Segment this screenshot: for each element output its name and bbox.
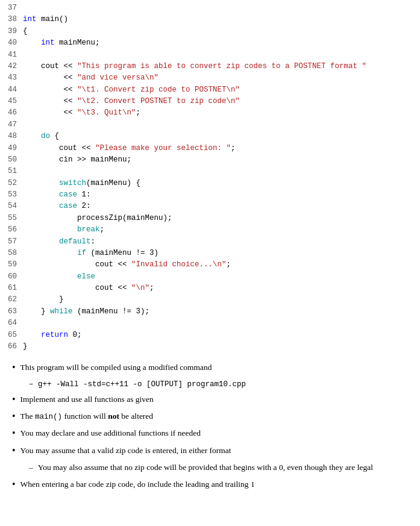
line-number: 62 bbox=[0, 294, 23, 305]
code-line: 63 } while (mainMenu != 3); bbox=[0, 306, 420, 318]
line-number: 43 bbox=[0, 72, 23, 84]
list-item: •When entering a bar code zip code, do i… bbox=[12, 478, 408, 491]
token: if bbox=[77, 249, 86, 257]
token: return bbox=[41, 331, 68, 339]
bullet-text: Implement and use all functions as given bbox=[20, 393, 408, 406]
code-block: 37 38int main() 39{40 int mainMenu;41 42… bbox=[0, 0, 420, 355]
line-number: 37 bbox=[0, 2, 23, 14]
token: (mainMenu) { bbox=[86, 179, 140, 187]
token: "\n" bbox=[131, 284, 149, 292]
token: int bbox=[23, 15, 37, 23]
line-number: 47 bbox=[0, 119, 23, 131]
token: processZip(mainMenu); bbox=[23, 214, 172, 222]
token bbox=[23, 179, 59, 187]
code-line: 42 cout << "This program is able to conv… bbox=[0, 61, 420, 72]
line-number: 40 bbox=[0, 37, 23, 49]
token bbox=[23, 249, 77, 257]
token: ; bbox=[136, 108, 141, 117]
line-number: 63 bbox=[0, 306, 23, 318]
line-number: 66 bbox=[0, 341, 23, 352]
line-number: 46 bbox=[0, 107, 23, 119]
token: (mainMenu != 3); bbox=[73, 307, 150, 316]
token: while bbox=[50, 307, 73, 316]
token: } bbox=[23, 295, 64, 304]
code-line: 46 << "\t3. Quit\n"; bbox=[0, 107, 420, 119]
token: cout << bbox=[23, 284, 131, 292]
line-number: 54 bbox=[0, 201, 23, 212]
line-number: 50 bbox=[0, 154, 23, 166]
line-content: cout << "Please make your selection: "; bbox=[23, 143, 420, 154]
code-line: 57 default: bbox=[0, 236, 420, 248]
line-content: else bbox=[23, 271, 420, 283]
token: << bbox=[23, 97, 77, 105]
sub-dash: – bbox=[29, 461, 33, 474]
line-content: int main() bbox=[23, 14, 420, 25]
line-content: << "\t2. Convert POSTNET to zip code\n" bbox=[23, 96, 420, 107]
token: (mainMenu != 3) bbox=[86, 249, 158, 257]
bullet-dot: • bbox=[12, 444, 16, 457]
code-line: 41 bbox=[0, 49, 420, 61]
line-content: } bbox=[23, 341, 420, 352]
line-content: } while (mainMenu != 3); bbox=[23, 306, 420, 318]
list-item: •The main() function will not be altered bbox=[12, 410, 408, 423]
line-number: 55 bbox=[0, 213, 23, 224]
token: case bbox=[59, 190, 77, 199]
token: int bbox=[41, 39, 55, 47]
token: { bbox=[50, 132, 59, 140]
line-number: 45 bbox=[0, 96, 23, 107]
token: << bbox=[23, 74, 77, 82]
token: << bbox=[23, 108, 77, 117]
token bbox=[23, 272, 77, 281]
code-line: 37 bbox=[0, 2, 420, 14]
token: { bbox=[23, 27, 28, 36]
token: ; bbox=[227, 260, 231, 269]
token bbox=[23, 237, 59, 246]
line-content: int mainMenu; bbox=[23, 37, 420, 49]
token bbox=[23, 225, 77, 234]
token: switch bbox=[59, 179, 86, 187]
inline-code: main() bbox=[35, 413, 62, 421]
token: cout << bbox=[23, 260, 131, 269]
line-content bbox=[23, 318, 420, 329]
code-line: 65 return 0; bbox=[0, 330, 420, 341]
line-number: 42 bbox=[0, 61, 23, 72]
code-line: 59 cout << "Invalid choice...\n"; bbox=[0, 259, 420, 271]
line-content: do { bbox=[23, 131, 420, 142]
token bbox=[23, 202, 59, 210]
token: ; bbox=[149, 284, 154, 292]
code-line: 49 cout << "Please make your selection: … bbox=[0, 143, 420, 154]
token: default bbox=[59, 237, 91, 246]
code-line: 60 else bbox=[0, 271, 420, 283]
token: "Invalid choice...\n" bbox=[131, 260, 227, 269]
line-number: 57 bbox=[0, 236, 23, 248]
bullet-text: You may declare and use additional funct… bbox=[20, 427, 408, 440]
token bbox=[23, 132, 41, 140]
line-content: case 2: bbox=[23, 201, 420, 212]
token bbox=[23, 190, 59, 199]
token: cout << bbox=[23, 144, 95, 152]
bullet-dot: • bbox=[12, 410, 16, 423]
token: cin >> mainMenu; bbox=[23, 155, 131, 164]
token: "This program is able to convert zip cod… bbox=[77, 62, 366, 70]
bullet-text: You may assume that a valid zip code is … bbox=[20, 444, 408, 457]
line-content bbox=[23, 166, 420, 177]
code-line: 51 bbox=[0, 166, 420, 177]
token: } bbox=[23, 307, 50, 316]
line-content bbox=[23, 49, 420, 61]
line-number: 49 bbox=[0, 143, 23, 154]
line-number: 53 bbox=[0, 189, 23, 201]
token bbox=[23, 39, 41, 47]
token: << bbox=[23, 86, 77, 94]
token: "and vice versa\n" bbox=[77, 74, 158, 82]
sub-bullet-text: You may also assume that no zip code wil… bbox=[38, 461, 373, 474]
token: "\t1. Convert zip code to POSTNET\n" bbox=[77, 86, 240, 94]
line-number: 51 bbox=[0, 166, 23, 177]
token: "Please make your selection: " bbox=[95, 144, 231, 152]
bullet-text: When entering a bar code zip code, do in… bbox=[20, 478, 408, 491]
line-content: switch(mainMenu) { bbox=[23, 178, 420, 189]
line-content: << "\t3. Quit\n"; bbox=[23, 107, 420, 119]
list-item: •You may assume that a valid zip code is… bbox=[12, 444, 408, 457]
token: 2: bbox=[77, 202, 91, 210]
code-line: 58 if (mainMenu != 3) bbox=[0, 248, 420, 259]
token: do bbox=[41, 132, 50, 140]
